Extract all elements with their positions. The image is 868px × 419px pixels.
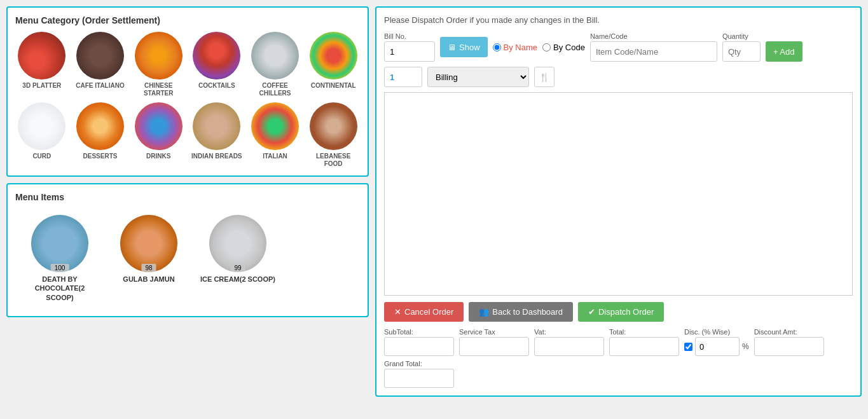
service-tax-input[interactable] <box>459 337 529 356</box>
category-image-desserts <box>76 102 124 150</box>
item-image-gulab: 98 <box>120 215 177 272</box>
order-table-area <box>384 92 853 296</box>
category-item-indian[interactable]: INDIAN BREADS <box>190 102 244 168</box>
grand-total-group: Grand Total: <box>384 360 454 388</box>
menu-item-icecream[interactable]: 99 ICE CREAM(2 SCOOP) <box>200 215 276 302</box>
grand-total-input[interactable] <box>384 369 454 388</box>
items-title: Menu Items <box>15 192 360 202</box>
category-item-3dplatter[interactable]: 3D PLATTER <box>15 32 69 97</box>
grand-total-label: Grand Total: <box>384 360 454 367</box>
menu-items-panel: Menu Items 100 DEATH BY CHOCOLATE(2 SCOO… <box>6 183 369 317</box>
subtotal-group: SubTotal: <box>384 328 454 356</box>
cancel-order-button[interactable]: ✕ Cancel Order <box>384 302 464 322</box>
monitor-icon: 🖥 <box>448 43 456 52</box>
item-label-death: DEATH BY CHOCOLATE(2 SCOOP) <box>22 275 98 302</box>
name-code-label: Name/Code <box>590 32 717 40</box>
category-image-continental <box>310 32 357 79</box>
category-item-cafe[interactable]: CAFE ITALIANO <box>74 32 127 97</box>
category-item-desserts[interactable]: DESSERTS <box>74 102 127 168</box>
dispatch-order-button[interactable]: ✔ Dispatch Order <box>578 302 664 322</box>
grand-total-row: Grand Total: <box>384 360 853 388</box>
by-name-radio-group[interactable]: By Name <box>493 43 537 52</box>
disc-label: Disc. (% Wise) <box>684 328 749 336</box>
category-image-3dplatter <box>18 32 65 79</box>
category-image-curd <box>18 102 65 150</box>
category-label-continental: CONTINENTAL <box>311 82 356 90</box>
bill-field-group: Bill No. <box>384 32 435 62</box>
by-code-label[interactable]: By Code <box>553 43 585 52</box>
add-button[interactable]: + Add <box>766 41 803 62</box>
category-image-chinese <box>135 32 183 79</box>
category-label-lebanese: LEBANESE FOOD <box>307 153 360 168</box>
category-image-italian <box>251 102 299 150</box>
category-item-coffee[interactable]: COFFEE CHILLERS <box>249 32 302 97</box>
menu-item-gulab[interactable]: 98 GULAB JAMUN <box>111 215 187 302</box>
category-item-cocktails[interactable]: COCKTAILS <box>190 32 244 97</box>
vat-label: Vat: <box>534 328 604 336</box>
discount-amt-group: Discount Amt: <box>754 328 824 356</box>
order-settlement-panel: Please Dispatch Order if you made any ch… <box>375 6 862 397</box>
category-panel: Menu Category (Order Settlement) 3D PLAT… <box>6 6 369 177</box>
items-grid: 100 DEATH BY CHOCOLATE(2 SCOOP) 98 GULAB… <box>15 209 360 308</box>
disc-input[interactable] <box>695 337 740 356</box>
dashboard-icon: 👥 <box>479 307 489 317</box>
subtotal-input[interactable] <box>384 337 454 356</box>
category-label-desserts: DESSERTS <box>83 153 118 160</box>
billing-type-select[interactable]: BillingTakeawayDelivery <box>427 67 529 87</box>
category-label-chinese: CHINESE STARTER <box>132 82 185 97</box>
by-code-radio[interactable] <box>542 43 551 52</box>
quantity-input[interactable] <box>722 41 761 62</box>
category-item-italian[interactable]: ITALIAN <box>249 102 302 168</box>
discount-amt-input[interactable] <box>754 337 824 356</box>
by-name-label[interactable]: By Name <box>504 43 537 52</box>
category-label-drinks: DRINKS <box>146 153 170 160</box>
quantity-field-group: Quantity <box>722 32 761 62</box>
category-label-curd: CURD <box>32 153 51 160</box>
category-grid: 3D PLATTER CAFE ITALIANO CHINESE STARTER… <box>15 32 360 168</box>
disc-group: Disc. (% Wise) % <box>684 328 749 356</box>
category-title: Menu Category (Order Settlement) <box>15 15 360 25</box>
cutlery-icon: 🍴 <box>534 67 555 87</box>
category-image-cafe <box>76 32 124 79</box>
discount-row: % <box>684 337 749 356</box>
category-item-continental[interactable]: CONTINENTAL <box>307 32 360 97</box>
category-image-drinks <box>135 102 183 150</box>
discount-amt-label: Discount Amt: <box>754 328 824 336</box>
item-image-icecream: 99 <box>209 215 266 272</box>
disc-checkbox[interactable] <box>684 343 692 351</box>
name-code-input[interactable] <box>590 41 717 62</box>
percent-sign: % <box>742 342 749 351</box>
category-item-lebanese[interactable]: LEBANESE FOOD <box>307 102 360 168</box>
subtotal-label: SubTotal: <box>384 328 454 336</box>
back-to-dashboard-button[interactable]: 👥 Back to Dashboard <box>469 302 573 322</box>
category-image-lebanese <box>310 102 357 150</box>
category-image-coffee <box>251 32 299 79</box>
item-price-gulab: 98 <box>141 264 156 272</box>
bill-input[interactable] <box>384 41 435 62</box>
category-label-cafe: CAFE ITALIANO <box>76 82 124 90</box>
by-name-radio[interactable] <box>493 43 501 52</box>
billing-row: BillingTakeawayDelivery 🍴 <box>384 67 853 87</box>
category-item-drinks[interactable]: DRINKS <box>132 102 185 168</box>
billing-number-input[interactable] <box>384 67 422 87</box>
category-item-curd[interactable]: CURD <box>15 102 69 168</box>
total-input[interactable] <box>609 337 679 356</box>
bill-row: Bill No. 🖥 Show By Name By Code Name/Cod… <box>384 32 853 62</box>
quantity-label: Quantity <box>722 32 761 40</box>
bill-label: Bill No. <box>384 32 435 40</box>
category-item-chinese[interactable]: CHINESE STARTER <box>132 32 185 97</box>
total-label: Total: <box>609 328 679 336</box>
cancel-icon: ✕ <box>394 307 401 317</box>
category-label-indian: INDIAN BREADS <box>191 153 242 160</box>
category-label-italian: ITALIAN <box>263 153 287 160</box>
menu-item-death[interactable]: 100 DEATH BY CHOCOLATE(2 SCOOP) <box>22 215 98 302</box>
by-code-radio-group[interactable]: By Code <box>542 43 585 52</box>
category-label-cocktails: COCKTAILS <box>198 82 235 90</box>
vat-input[interactable] <box>534 337 604 356</box>
item-price-icecream: 99 <box>230 264 245 272</box>
category-label-coffee: COFFEE CHILLERS <box>249 82 302 97</box>
service-tax-group: Service Tax <box>459 328 529 356</box>
vat-group: Vat: <box>534 328 604 356</box>
show-button[interactable]: 🖥 Show <box>440 37 488 57</box>
dispatch-note: Please Dispatch Order if you made any ch… <box>384 15 853 25</box>
